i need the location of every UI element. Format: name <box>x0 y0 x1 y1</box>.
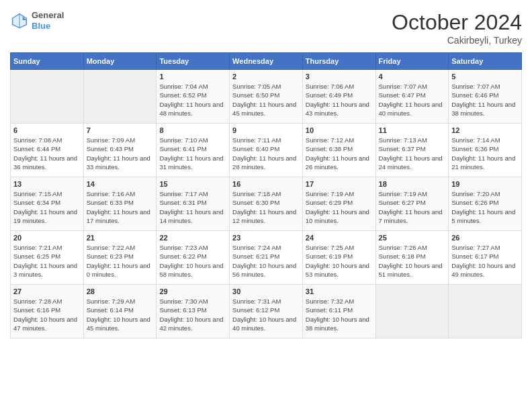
calendar-cell: 25Sunrise: 7:26 AMSunset: 6:18 PMDayligh… <box>375 231 449 285</box>
day-number: 6 <box>13 126 81 134</box>
cell-content: Sunrise: 7:19 AMSunset: 6:27 PMDaylight:… <box>379 189 446 225</box>
cell-content: Sunrise: 7:12 AMSunset: 6:38 PMDaylight:… <box>306 136 373 171</box>
calendar-cell: 9Sunrise: 7:11 AMSunset: 6:40 PMDaylight… <box>230 124 303 177</box>
calendar-cell: 29Sunrise: 7:30 AMSunset: 6:13 PMDayligh… <box>157 285 230 338</box>
calendar-cell: 2Sunrise: 7:05 AMSunset: 6:50 PMDaylight… <box>230 70 303 124</box>
day-number: 30 <box>232 287 300 295</box>
calendar-cell: 21Sunrise: 7:22 AMSunset: 6:23 PMDayligh… <box>83 231 157 285</box>
calendar-header-row: SundayMondayTuesdayWednesdayThursdayFrid… <box>11 53 522 70</box>
day-number: 20 <box>13 234 81 242</box>
day-number: 8 <box>159 126 226 134</box>
day-number: 29 <box>159 287 226 295</box>
day-number: 21 <box>87 234 154 242</box>
cell-content: Sunrise: 7:07 AMSunset: 6:47 PMDaylight:… <box>379 82 446 118</box>
cell-content: Sunrise: 7:16 AMSunset: 6:33 PMDaylight:… <box>87 189 154 225</box>
logo: General Blue <box>10 10 64 31</box>
calendar-cell <box>449 285 522 338</box>
cell-content: Sunrise: 7:20 AMSunset: 6:26 PMDaylight:… <box>451 189 519 225</box>
day-number: 26 <box>451 234 519 242</box>
calendar-cell: 14Sunrise: 7:16 AMSunset: 6:33 PMDayligh… <box>83 177 157 231</box>
calendar-cell: 22Sunrise: 7:23 AMSunset: 6:22 PMDayligh… <box>157 231 230 285</box>
day-number: 28 <box>87 287 154 295</box>
day-number: 9 <box>232 126 300 134</box>
calendar-cell: 4Sunrise: 7:07 AMSunset: 6:47 PMDaylight… <box>375 70 449 124</box>
calendar-cell <box>11 70 84 124</box>
col-header-monday: Monday <box>83 53 157 70</box>
calendar-cell: 23Sunrise: 7:24 AMSunset: 6:21 PMDayligh… <box>230 231 303 285</box>
cell-content: Sunrise: 7:28 AMSunset: 6:16 PMDaylight:… <box>13 297 81 332</box>
calendar-table: SundayMondayTuesdayWednesdayThursdayFrid… <box>10 52 522 338</box>
page-header: General Blue October 2024 Cakirbeyli, Tu… <box>10 10 522 46</box>
calendar-cell <box>375 285 449 338</box>
cell-content: Sunrise: 7:26 AMSunset: 6:18 PMDaylight:… <box>379 243 446 279</box>
logo-line1: General <box>32 10 64 21</box>
location-title: Cakirbeyli, Turkey <box>392 35 522 46</box>
calendar-cell <box>83 70 157 124</box>
cell-content: Sunrise: 7:19 AMSunset: 6:29 PMDaylight:… <box>306 189 373 225</box>
calendar-cell: 7Sunrise: 7:09 AMSunset: 6:43 PMDaylight… <box>83 124 157 177</box>
day-number: 31 <box>306 287 373 295</box>
cell-content: Sunrise: 7:29 AMSunset: 6:14 PMDaylight:… <box>87 297 154 332</box>
day-number: 11 <box>379 126 446 134</box>
day-number: 23 <box>232 234 300 242</box>
day-number: 27 <box>13 287 81 295</box>
calendar-cell: 13Sunrise: 7:15 AMSunset: 6:34 PMDayligh… <box>11 177 84 231</box>
day-number: 12 <box>451 126 519 134</box>
calendar-cell: 11Sunrise: 7:13 AMSunset: 6:37 PMDayligh… <box>375 124 449 177</box>
cell-content: Sunrise: 7:15 AMSunset: 6:34 PMDaylight:… <box>13 189 81 225</box>
calendar-cell: 5Sunrise: 7:07 AMSunset: 6:46 PMDaylight… <box>449 70 522 124</box>
calendar-cell: 26Sunrise: 7:27 AMSunset: 6:17 PMDayligh… <box>449 231 522 285</box>
cell-content: Sunrise: 7:11 AMSunset: 6:40 PMDaylight:… <box>232 136 300 171</box>
day-number: 14 <box>87 180 154 188</box>
day-number: 15 <box>159 180 226 188</box>
calendar-cell: 19Sunrise: 7:20 AMSunset: 6:26 PMDayligh… <box>449 177 522 231</box>
day-number: 24 <box>306 234 373 242</box>
calendar-cell: 31Sunrise: 7:32 AMSunset: 6:11 PMDayligh… <box>302 285 375 338</box>
calendar-cell: 12Sunrise: 7:14 AMSunset: 6:36 PMDayligh… <box>449 124 522 177</box>
calendar-cell: 6Sunrise: 7:08 AMSunset: 6:44 PMDaylight… <box>11 124 84 177</box>
cell-content: Sunrise: 7:31 AMSunset: 6:12 PMDaylight:… <box>232 297 300 332</box>
day-number: 1 <box>159 73 226 81</box>
calendar-week-row: 13Sunrise: 7:15 AMSunset: 6:34 PMDayligh… <box>11 177 522 231</box>
cell-content: Sunrise: 7:21 AMSunset: 6:25 PMDaylight:… <box>13 243 81 279</box>
month-title: October 2024 <box>392 10 522 35</box>
day-number: 2 <box>232 73 300 81</box>
calendar-cell: 3Sunrise: 7:06 AMSunset: 6:49 PMDaylight… <box>302 70 375 124</box>
cell-content: Sunrise: 7:22 AMSunset: 6:23 PMDaylight:… <box>87 243 154 279</box>
calendar-cell: 30Sunrise: 7:31 AMSunset: 6:12 PMDayligh… <box>230 285 303 338</box>
logo-icon <box>10 11 29 30</box>
day-number: 19 <box>451 180 519 188</box>
day-number: 25 <box>379 234 446 242</box>
col-header-wednesday: Wednesday <box>230 53 303 70</box>
cell-content: Sunrise: 7:14 AMSunset: 6:36 PMDaylight:… <box>451 136 519 171</box>
day-number: 4 <box>379 73 446 81</box>
calendar-cell: 17Sunrise: 7:19 AMSunset: 6:29 PMDayligh… <box>302 177 375 231</box>
calendar-cell: 16Sunrise: 7:18 AMSunset: 6:30 PMDayligh… <box>230 177 303 231</box>
calendar-cell: 10Sunrise: 7:12 AMSunset: 6:38 PMDayligh… <box>302 124 375 177</box>
cell-content: Sunrise: 7:08 AMSunset: 6:44 PMDaylight:… <box>13 136 81 171</box>
cell-content: Sunrise: 7:27 AMSunset: 6:17 PMDaylight:… <box>451 243 519 279</box>
cell-content: Sunrise: 7:17 AMSunset: 6:31 PMDaylight:… <box>159 189 226 225</box>
cell-content: Sunrise: 7:06 AMSunset: 6:49 PMDaylight:… <box>306 82 373 118</box>
col-header-saturday: Saturday <box>449 53 522 70</box>
cell-content: Sunrise: 7:05 AMSunset: 6:50 PMDaylight:… <box>232 82 300 118</box>
col-header-tuesday: Tuesday <box>157 53 230 70</box>
calendar-cell: 18Sunrise: 7:19 AMSunset: 6:27 PMDayligh… <box>375 177 449 231</box>
logo-line2: Blue <box>32 21 64 32</box>
cell-content: Sunrise: 7:18 AMSunset: 6:30 PMDaylight:… <box>232 189 300 225</box>
title-block: October 2024 Cakirbeyli, Turkey <box>392 10 522 46</box>
day-number: 5 <box>451 73 519 81</box>
calendar-cell: 27Sunrise: 7:28 AMSunset: 6:16 PMDayligh… <box>11 285 84 338</box>
day-number: 22 <box>159 234 226 242</box>
col-header-sunday: Sunday <box>11 53 84 70</box>
day-number: 10 <box>306 126 373 134</box>
col-header-thursday: Thursday <box>302 53 375 70</box>
cell-content: Sunrise: 7:32 AMSunset: 6:11 PMDaylight:… <box>306 297 373 332</box>
calendar-week-row: 20Sunrise: 7:21 AMSunset: 6:25 PMDayligh… <box>11 231 522 285</box>
cell-content: Sunrise: 7:10 AMSunset: 6:41 PMDaylight:… <box>159 136 226 171</box>
calendar-week-row: 1Sunrise: 7:04 AMSunset: 6:52 PMDaylight… <box>11 70 522 124</box>
cell-content: Sunrise: 7:25 AMSunset: 6:19 PMDaylight:… <box>306 243 373 279</box>
cell-content: Sunrise: 7:24 AMSunset: 6:21 PMDaylight:… <box>232 243 300 279</box>
calendar-cell: 24Sunrise: 7:25 AMSunset: 6:19 PMDayligh… <box>302 231 375 285</box>
day-number: 13 <box>13 180 81 188</box>
